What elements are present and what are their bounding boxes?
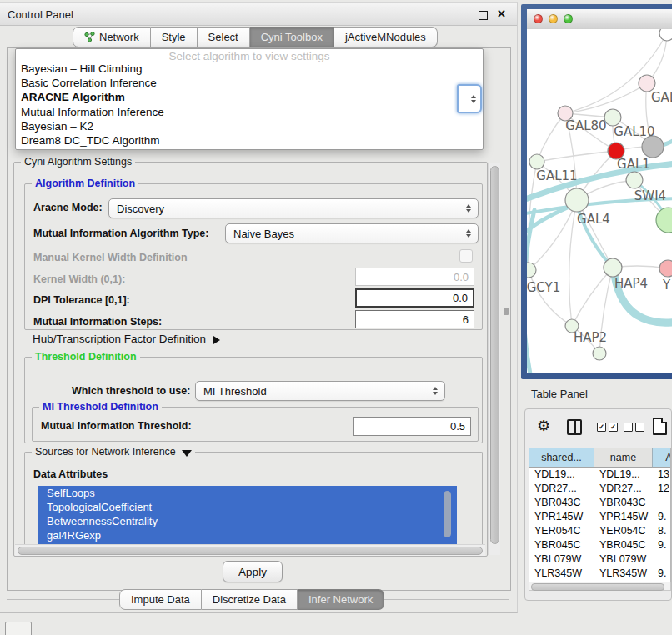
table-hscrollbar-thumb[interactable]: [531, 583, 664, 591]
network-canvas[interactable]: GALGAL80GAL10GAL1GAL11SWI4GAL4GCY1HAP4YH…: [527, 29, 672, 373]
algorithm-option-bayesian-hill-climbing[interactable]: Bayesian – Hill Climbing: [19, 62, 479, 76]
network-node-gal11[interactable]: [529, 154, 544, 169]
network-edge[interactable]: [565, 83, 647, 113]
bottom-tab-infer-network[interactable]: Infer Network: [298, 589, 384, 610]
node-label-gal1: GAL1: [617, 157, 650, 172]
table-cell: 13: [653, 468, 671, 482]
kernel-width-field: 0.0: [355, 268, 474, 286]
group-title: Threshold Definition: [32, 351, 140, 362]
network-node-gal[interactable]: [639, 75, 655, 92]
control-panel-titlebar[interactable]: Control Panel ✕: [0, 3, 517, 26]
mi-threshold-field[interactable]: 0.5: [353, 417, 471, 436]
columns-icon[interactable]: [567, 419, 582, 435]
table-cell: 12: [653, 482, 671, 496]
tab-select[interactable]: Select: [198, 27, 250, 48]
network-node[interactable]: [656, 208, 672, 232]
algorithm-option-dream8-dc-tdc-algorithm[interactable]: Dream8 DC_TDC Algorithm: [19, 133, 479, 148]
table-panel-titlebar[interactable]: Table Panel: [521, 382, 671, 405]
attribute-item-selfloops[interactable]: SelfLoops: [38, 486, 457, 500]
table-hscrollbar[interactable]: [529, 582, 671, 591]
close-traffic-light[interactable]: [534, 14, 543, 23]
table-row[interactable]: YER054CYER054C8.: [529, 524, 670, 538]
data-attributes-list[interactable]: SelfLoopsTopologicalCoefficientBetweenne…: [38, 486, 457, 544]
algorithm-option-bayesian-k2[interactable]: Bayesian – K2: [19, 119, 479, 133]
table-cell: YBR043C: [529, 496, 594, 510]
network-edge[interactable]: [569, 200, 577, 326]
bottom-tab-discretize-data[interactable]: Discretize Data: [202, 589, 298, 610]
algorithm-option-aracne-algorithm[interactable]: ARACNE Algorithm: [19, 90, 479, 104]
table-row[interactable]: YLR345WYLR345W9.: [529, 567, 670, 581]
panel-divider-grip[interactable]: [504, 308, 509, 315]
close-icon[interactable]: ✕: [497, 8, 506, 20]
collapsed-panel-tab[interactable]: [5, 622, 32, 635]
attribute-item-topologicalcoefficient[interactable]: TopologicalCoefficient: [38, 500, 457, 514]
mi-type-value: Naive Bayes: [233, 228, 294, 240]
algorithm-option-basic-correlation-inference[interactable]: Basic Correlation Inference: [19, 76, 479, 90]
column-header-name[interactable]: name: [594, 448, 653, 468]
node-label-hap4: HAP4: [614, 276, 648, 291]
bottom-tab-impute-data[interactable]: Impute Data: [119, 589, 202, 610]
network-edge[interactable]: [537, 113, 565, 162]
network-graph: GALGAL80GAL10GAL1GAL11SWI4GAL4GCY1HAP4YH…: [527, 29, 672, 373]
apply-button[interactable]: Apply: [223, 561, 283, 582]
network-edge[interactable]: [537, 151, 616, 162]
settings-hscrollbar[interactable]: [15, 544, 485, 556]
gear-icon[interactable]: ⚙: [537, 417, 550, 435]
column-header-shared[interactable]: shared...: [529, 448, 594, 468]
network-select-fragment[interactable]: [457, 84, 482, 113]
table-row[interactable]: YDL19...YDL19...13: [529, 468, 670, 482]
manual-kernel-width-checkbox[interactable]: [459, 249, 473, 262]
bottom-tab-label-discretize-data: Discretize Data: [213, 593, 286, 606]
network-window-titlebar[interactable]: [527, 9, 672, 30]
tab-network[interactable]: Network: [73, 27, 151, 48]
table-cell: YDL19...: [529, 468, 594, 482]
column-header-a[interactable]: A: [653, 448, 671, 468]
table-row[interactable]: YBR043CYBR043C: [529, 496, 670, 510]
settings-vscrollbar[interactable]: [488, 163, 500, 555]
dpi-tolerance-field[interactable]: 0.0: [355, 288, 474, 308]
zoom-traffic-light[interactable]: [564, 14, 573, 23]
table-cell: YBR043C: [594, 496, 653, 510]
table-row[interactable]: YBR045CYBR045C9.: [529, 538, 670, 552]
hub-section-toggle[interactable]: Hub/Transcription Factor Definition: [33, 332, 220, 345]
network-node-y[interactable]: [659, 260, 672, 277]
network-node-gal4[interactable]: [565, 188, 589, 212]
table-toolbar: ⚙ ✓✓: [525, 416, 671, 439]
list-scrollbar-thumb[interactable]: [444, 491, 451, 538]
network-node-hap4[interactable]: [604, 258, 622, 277]
attribute-item-betweennesscentrality[interactable]: BetweennessCentrality: [38, 514, 457, 528]
tab-cyni-toolbox[interactable]: Cyni Toolbox: [250, 27, 334, 48]
algorithm-option-mutual-information-inference[interactable]: Mutual Information Inference: [19, 105, 479, 119]
tab-jactivemnodules[interactable]: jActiveMNodules: [334, 27, 438, 48]
aracne-mode-select[interactable]: Discovery: [108, 198, 479, 218]
table-cell: YDR27...: [594, 482, 653, 496]
select-all-icon[interactable]: ✓✓: [597, 422, 618, 432]
minimize-traffic-light[interactable]: [549, 14, 558, 23]
table-row[interactable]: YPR145WYPR145W9.: [529, 510, 670, 524]
new-table-icon[interactable]: [653, 418, 667, 435]
table-cell: [653, 496, 671, 510]
network-node[interactable]: [659, 29, 672, 41]
settings-hscrollbar-thumb[interactable]: [18, 547, 483, 555]
mi-steps-field[interactable]: 6: [355, 310, 474, 328]
group-title: Cyni Algorithm Settings: [21, 156, 135, 168]
settings-vscrollbar-thumb[interactable]: [490, 166, 499, 544]
sources-toggle[interactable]: Sources for Network Inference: [32, 446, 195, 458]
table-row[interactable]: YDR27...YDR27...12: [529, 482, 670, 496]
dpi-tolerance-label: DPI Tolerance [0,1]:: [33, 294, 130, 306]
table-row[interactable]: YBL079WYBL079W: [529, 552, 670, 567]
deselect-all-icon[interactable]: [624, 422, 644, 432]
algorithm-popup-placeholder: Select algorithm to view settings: [16, 50, 483, 62]
network-node[interactable]: [593, 347, 606, 360]
network-view-window: GALGAL80GAL10GAL1GAL11SWI4GAL4GCY1HAP4YH…: [521, 4, 672, 379]
network-edge[interactable]: [529, 270, 572, 326]
attribute-item-gal4rgexp[interactable]: gal4RGexp: [38, 528, 457, 542]
mi-type-select[interactable]: Naive Bayes: [225, 223, 479, 243]
network-node-swi4[interactable]: [626, 172, 643, 188]
float-icon[interactable]: [479, 11, 488, 20]
stepper-icon: [433, 382, 438, 400]
which-threshold-select[interactable]: MI Threshold: [195, 381, 445, 401]
table-cell: YBR045C: [594, 538, 653, 552]
tab-style[interactable]: Style: [151, 27, 198, 48]
network-node-gal10[interactable]: [604, 109, 621, 126]
